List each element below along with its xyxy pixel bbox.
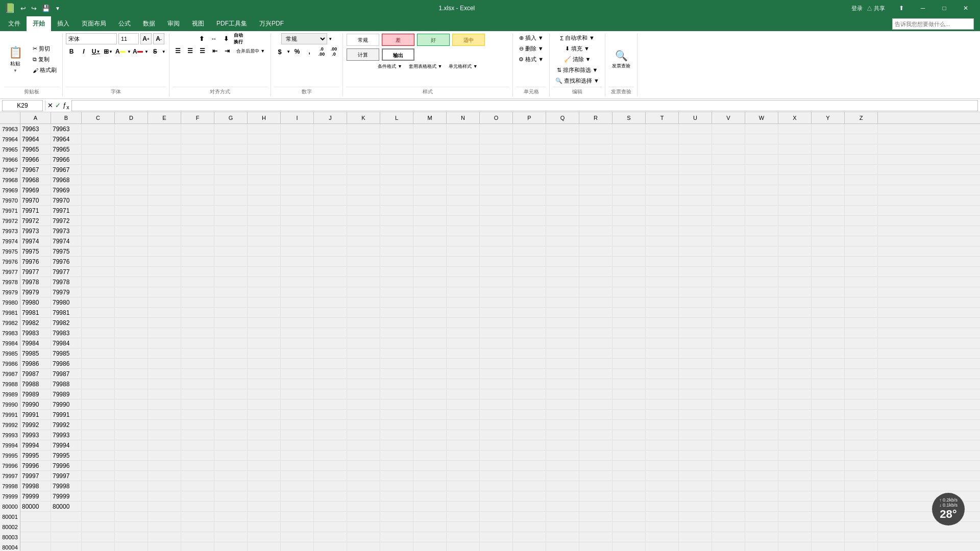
cell-col20-79995[interactable] bbox=[679, 450, 712, 461]
cell-col22-79970[interactable] bbox=[745, 195, 778, 206]
cell-col3-79965[interactable] bbox=[115, 144, 148, 155]
cell-col3-79990[interactable] bbox=[115, 399, 148, 410]
cell-col25-79971[interactable] bbox=[845, 206, 878, 216]
cell-col21-79981[interactable] bbox=[712, 308, 745, 318]
cell-b-79963[interactable]: 79963 bbox=[51, 124, 82, 134]
cell-col12-79965[interactable] bbox=[413, 144, 447, 155]
strikethrough-button[interactable]: S bbox=[150, 46, 161, 57]
cell-col16-79990[interactable] bbox=[546, 399, 579, 410]
cell-col4-79976[interactable] bbox=[148, 257, 181, 267]
cell-col4-79965[interactable] bbox=[148, 144, 181, 155]
cell-col12-79984[interactable] bbox=[413, 338, 447, 348]
style-normal[interactable]: 常规 bbox=[347, 34, 379, 46]
cell-col21-79969[interactable] bbox=[712, 185, 745, 195]
cell-col15-79997[interactable] bbox=[513, 471, 546, 481]
cell-col23-79998[interactable] bbox=[778, 481, 812, 491]
cell-col4-79980[interactable] bbox=[148, 297, 181, 308]
font-size-decrease-button[interactable]: A- bbox=[153, 33, 164, 44]
cell-col7-79987[interactable] bbox=[248, 369, 281, 379]
fill-color-arrow[interactable]: ▼ bbox=[127, 49, 131, 54]
cell-col10-79969[interactable] bbox=[347, 185, 380, 195]
cell-col15-79977[interactable] bbox=[513, 267, 546, 277]
cell-b-79996[interactable]: 79996 bbox=[51, 461, 82, 471]
cell-col18-79983[interactable] bbox=[612, 328, 646, 338]
cell-col4-79966[interactable] bbox=[148, 155, 181, 165]
cell-col3-79975[interactable] bbox=[115, 246, 148, 257]
cell-col21-79971[interactable] bbox=[712, 206, 745, 216]
cell-col4-80004[interactable] bbox=[148, 542, 181, 551]
cell-col25-79997[interactable] bbox=[845, 471, 878, 481]
cell-col2-79967[interactable] bbox=[82, 165, 115, 175]
cell-col9-79994[interactable] bbox=[314, 440, 347, 450]
cell-b-79990[interactable]: 79990 bbox=[51, 399, 82, 410]
cell-col13-79968[interactable] bbox=[447, 175, 480, 185]
cell-col2-79965[interactable] bbox=[82, 144, 115, 155]
cell-col16-79989[interactable] bbox=[546, 389, 579, 399]
row-number[interactable]: 79976 bbox=[0, 257, 20, 267]
row-number[interactable]: 79977 bbox=[0, 267, 20, 277]
cell-col2-79998[interactable] bbox=[82, 481, 115, 491]
cell-col22-79982[interactable] bbox=[745, 318, 778, 328]
cell-col6-79970[interactable] bbox=[214, 195, 248, 206]
cell-col24-79982[interactable] bbox=[812, 318, 845, 328]
cell-col9-79969[interactable] bbox=[314, 185, 347, 195]
cell-col3-79970[interactable] bbox=[115, 195, 148, 206]
cell-col22-80000[interactable] bbox=[745, 502, 778, 512]
cell-col25-79974[interactable] bbox=[845, 236, 878, 246]
cell-col21-79965[interactable] bbox=[712, 144, 745, 155]
cell-col7-79974[interactable] bbox=[248, 236, 281, 246]
cell-col22-79996[interactable] bbox=[745, 461, 778, 471]
cell-col11-79975[interactable] bbox=[380, 246, 413, 257]
cell-col24-79989[interactable] bbox=[812, 389, 845, 399]
cell-col22-80003[interactable] bbox=[745, 532, 778, 542]
cell-col7-79978[interactable] bbox=[248, 277, 281, 287]
confirm-formula-button[interactable]: ✓ bbox=[55, 102, 61, 109]
cell-col8-79999[interactable] bbox=[281, 491, 314, 502]
cell-col8-79980[interactable] bbox=[281, 297, 314, 308]
cell-col23-79965[interactable] bbox=[778, 144, 812, 155]
cell-col20-80001[interactable] bbox=[679, 512, 712, 522]
cell-col6-79986[interactable] bbox=[214, 359, 248, 369]
row-number[interactable]: 79967 bbox=[0, 165, 20, 175]
cell-col12-79964[interactable] bbox=[413, 134, 447, 144]
cell-col9-79996[interactable] bbox=[314, 461, 347, 471]
cell-col9-79983[interactable] bbox=[314, 328, 347, 338]
cell-col23-79975[interactable] bbox=[778, 246, 812, 257]
cell-col16-79977[interactable] bbox=[546, 267, 579, 277]
row-number[interactable]: 79979 bbox=[0, 287, 20, 297]
cell-col12-79982[interactable] bbox=[413, 318, 447, 328]
cell-col18-79985[interactable] bbox=[612, 348, 646, 359]
cell-col23-79969[interactable] bbox=[778, 185, 812, 195]
cell-col16-79963[interactable] bbox=[546, 124, 579, 134]
col-header-E[interactable]: E bbox=[148, 112, 181, 123]
cell-col25-80004[interactable] bbox=[845, 542, 878, 551]
cell-col23-79974[interactable] bbox=[778, 236, 812, 246]
cell-col14-80003[interactable] bbox=[480, 532, 513, 542]
cell-col6-79975[interactable] bbox=[214, 246, 248, 257]
cell-col22-79968[interactable] bbox=[745, 175, 778, 185]
cell-col15-79965[interactable] bbox=[513, 144, 546, 155]
cell-col25-79976[interactable] bbox=[845, 257, 878, 267]
row-number[interactable]: 79993 bbox=[0, 430, 20, 440]
cell-col4-79970[interactable] bbox=[148, 195, 181, 206]
cell-col11-80001[interactable] bbox=[380, 512, 413, 522]
bold-button[interactable]: B bbox=[66, 46, 77, 57]
cell-col9-79967[interactable] bbox=[314, 165, 347, 175]
cell-col8-79979[interactable] bbox=[281, 287, 314, 297]
col-header-F[interactable]: F bbox=[181, 112, 214, 123]
cell-col4-79990[interactable] bbox=[148, 399, 181, 410]
cell-col17-79974[interactable] bbox=[579, 236, 612, 246]
cell-col24-79987[interactable] bbox=[812, 369, 845, 379]
cell-col5-79984[interactable] bbox=[181, 338, 214, 348]
cell-col16-79967[interactable] bbox=[546, 165, 579, 175]
cell-col16-79985[interactable] bbox=[546, 348, 579, 359]
cell-col6-80000[interactable] bbox=[214, 502, 248, 512]
cell-col10-79989[interactable] bbox=[347, 389, 380, 399]
cell-col13-79975[interactable] bbox=[447, 246, 480, 257]
cell-col6-79990[interactable] bbox=[214, 399, 248, 410]
cell-col6-79969[interactable] bbox=[214, 185, 248, 195]
cell-col12-79992[interactable] bbox=[413, 420, 447, 430]
cell-col18-80003[interactable] bbox=[612, 532, 646, 542]
cell-col9-79988[interactable] bbox=[314, 379, 347, 389]
cell-col20-79985[interactable] bbox=[679, 348, 712, 359]
